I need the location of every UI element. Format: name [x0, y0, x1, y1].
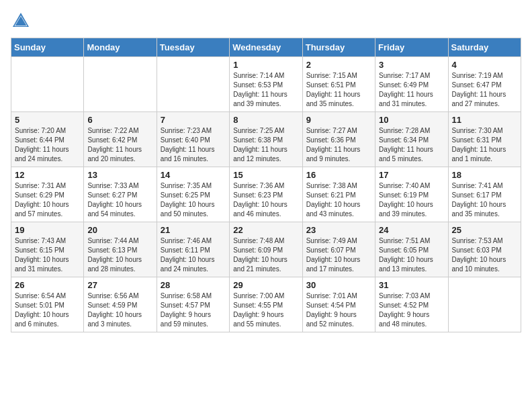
cell-date-number: 25 — [452, 225, 517, 235]
cell-date-number: 28 — [161, 280, 226, 290]
cell-date-number: 5 — [15, 115, 80, 125]
cell-date-number: 3 — [379, 60, 444, 70]
calendar-cell: 28Sunrise: 6:58 AM Sunset: 4:57 PM Dayli… — [157, 277, 229, 332]
calendar-cell: 15Sunrise: 7:36 AM Sunset: 6:23 PM Dayli… — [230, 167, 302, 222]
cell-info-text: Sunrise: 7:27 AM Sunset: 6:36 PM Dayligh… — [306, 126, 371, 164]
cell-info-text: Sunrise: 7:35 AM Sunset: 6:25 PM Dayligh… — [161, 181, 226, 219]
calendar-cell: 4Sunrise: 7:19 AM Sunset: 6:47 PM Daylig… — [448, 57, 521, 112]
cell-date-number: 6 — [87, 115, 152, 125]
cell-date-number: 30 — [306, 280, 371, 290]
cell-date-number: 24 — [379, 225, 444, 235]
cell-info-text: Sunrise: 7:22 AM Sunset: 6:42 PM Dayligh… — [87, 126, 152, 164]
cell-date-number: 2 — [306, 60, 371, 70]
cell-info-text: Sunrise: 7:46 AM Sunset: 6:11 PM Dayligh… — [161, 236, 226, 274]
calendar-cell: 8Sunrise: 7:25 AM Sunset: 6:38 PM Daylig… — [230, 112, 302, 167]
calendar-cell: 14Sunrise: 7:35 AM Sunset: 6:25 PM Dayli… — [157, 167, 229, 222]
calendar-cell: 2Sunrise: 7:15 AM Sunset: 6:51 PM Daylig… — [302, 57, 375, 112]
cell-info-text: Sunrise: 7:43 AM Sunset: 6:15 PM Dayligh… — [15, 236, 80, 274]
weekday-header: Thursday — [302, 38, 375, 57]
weekday-header: Wednesday — [230, 38, 302, 57]
calendar-cell: 17Sunrise: 7:40 AM Sunset: 6:19 PM Dayli… — [375, 167, 448, 222]
calendar-cell: 3Sunrise: 7:17 AM Sunset: 6:49 PM Daylig… — [375, 57, 448, 112]
calendar-cell — [11, 57, 84, 112]
cell-info-text: Sunrise: 7:15 AM Sunset: 6:51 PM Dayligh… — [306, 71, 371, 109]
calendar-cell: 13Sunrise: 7:33 AM Sunset: 6:27 PM Dayli… — [84, 167, 157, 222]
cell-date-number: 26 — [15, 280, 80, 290]
calendar-cell: 27Sunrise: 6:56 AM Sunset: 4:59 PM Dayli… — [84, 277, 157, 332]
cell-info-text: Sunrise: 7:23 AM Sunset: 6:40 PM Dayligh… — [161, 126, 226, 164]
cell-info-text: Sunrise: 7:17 AM Sunset: 6:49 PM Dayligh… — [379, 71, 444, 109]
calendar-cell: 5Sunrise: 7:20 AM Sunset: 6:44 PM Daylig… — [11, 112, 84, 167]
calendar-cell: 29Sunrise: 7:00 AM Sunset: 4:55 PM Dayli… — [230, 277, 302, 332]
calendar-cell — [84, 57, 157, 112]
cell-info-text: Sunrise: 7:00 AM Sunset: 4:55 PM Dayligh… — [233, 291, 298, 329]
calendar-cell: 19Sunrise: 7:43 AM Sunset: 6:15 PM Dayli… — [11, 222, 84, 277]
calendar-table: SundayMondayTuesdayWednesdayThursdayFrid… — [11, 38, 521, 332]
calendar-cell — [157, 57, 229, 112]
calendar-cell — [448, 277, 521, 332]
calendar-cell: 1Sunrise: 7:14 AM Sunset: 6:53 PM Daylig… — [230, 57, 302, 112]
calendar-cell: 12Sunrise: 7:31 AM Sunset: 6:29 PM Dayli… — [11, 167, 84, 222]
cell-info-text: Sunrise: 7:36 AM Sunset: 6:23 PM Dayligh… — [233, 181, 298, 219]
calendar-cell: 9Sunrise: 7:27 AM Sunset: 6:36 PM Daylig… — [302, 112, 375, 167]
cell-info-text: Sunrise: 7:19 AM Sunset: 6:47 PM Dayligh… — [452, 71, 517, 109]
calendar-cell: 25Sunrise: 7:53 AM Sunset: 6:03 PM Dayli… — [448, 222, 521, 277]
cell-date-number: 7 — [161, 115, 226, 125]
calendar-cell: 31Sunrise: 7:03 AM Sunset: 4:52 PM Dayli… — [375, 277, 448, 332]
cell-date-number: 17 — [379, 170, 444, 180]
cell-date-number: 8 — [233, 115, 298, 125]
calendar-cell: 11Sunrise: 7:30 AM Sunset: 6:31 PM Dayli… — [448, 112, 521, 167]
cell-date-number: 27 — [87, 280, 152, 290]
cell-info-text: Sunrise: 7:44 AM Sunset: 6:13 PM Dayligh… — [87, 236, 152, 274]
cell-date-number: 1 — [233, 60, 298, 70]
weekday-header: Monday — [84, 38, 157, 57]
cell-date-number: 14 — [161, 170, 226, 180]
calendar-cell: 16Sunrise: 7:38 AM Sunset: 6:21 PM Dayli… — [302, 167, 375, 222]
calendar-cell: 30Sunrise: 7:01 AM Sunset: 4:54 PM Dayli… — [302, 277, 375, 332]
cell-date-number: 21 — [161, 225, 226, 235]
calendar-row: 19Sunrise: 7:43 AM Sunset: 6:15 PM Dayli… — [11, 222, 521, 277]
cell-date-number: 13 — [87, 170, 152, 180]
cell-date-number: 16 — [306, 170, 371, 180]
cell-date-number: 23 — [306, 225, 371, 235]
calendar-cell: 23Sunrise: 7:49 AM Sunset: 6:07 PM Dayli… — [302, 222, 375, 277]
cell-info-text: Sunrise: 7:31 AM Sunset: 6:29 PM Dayligh… — [15, 181, 80, 219]
weekday-header: Tuesday — [157, 38, 229, 57]
cell-info-text: Sunrise: 7:01 AM Sunset: 4:54 PM Dayligh… — [306, 291, 371, 329]
logo-icon — [11, 11, 31, 31]
cell-date-number: 12 — [15, 170, 80, 180]
cell-date-number: 29 — [233, 280, 298, 290]
cell-date-number: 22 — [233, 225, 298, 235]
cell-date-number: 10 — [379, 115, 444, 125]
calendar-cell: 20Sunrise: 7:44 AM Sunset: 6:13 PM Dayli… — [84, 222, 157, 277]
weekday-header: Sunday — [11, 38, 84, 57]
calendar-cell: 10Sunrise: 7:28 AM Sunset: 6:34 PM Dayli… — [375, 112, 448, 167]
weekday-header: Saturday — [448, 38, 521, 57]
cell-date-number: 19 — [15, 225, 80, 235]
cell-info-text: Sunrise: 7:38 AM Sunset: 6:21 PM Dayligh… — [306, 181, 371, 219]
cell-info-text: Sunrise: 7:20 AM Sunset: 6:44 PM Dayligh… — [15, 126, 80, 164]
cell-date-number: 15 — [233, 170, 298, 180]
cell-date-number: 11 — [452, 115, 517, 125]
cell-info-text: Sunrise: 7:14 AM Sunset: 6:53 PM Dayligh… — [233, 71, 298, 109]
cell-date-number: 31 — [379, 280, 444, 290]
calendar-row: 26Sunrise: 6:54 AM Sunset: 5:01 PM Dayli… — [11, 277, 521, 332]
weekday-header: Friday — [375, 38, 448, 57]
cell-info-text: Sunrise: 6:56 AM Sunset: 4:59 PM Dayligh… — [87, 291, 152, 329]
page-header — [11, 11, 521, 31]
cell-info-text: Sunrise: 7:51 AM Sunset: 6:05 PM Dayligh… — [379, 236, 444, 274]
cell-date-number: 4 — [452, 60, 517, 70]
calendar-cell: 26Sunrise: 6:54 AM Sunset: 5:01 PM Dayli… — [11, 277, 84, 332]
cell-info-text: Sunrise: 7:48 AM Sunset: 6:09 PM Dayligh… — [233, 236, 298, 274]
calendar-cell: 7Sunrise: 7:23 AM Sunset: 6:40 PM Daylig… — [157, 112, 229, 167]
cell-info-text: Sunrise: 7:49 AM Sunset: 6:07 PM Dayligh… — [306, 236, 371, 274]
cell-info-text: Sunrise: 6:58 AM Sunset: 4:57 PM Dayligh… — [161, 291, 226, 329]
cell-date-number: 20 — [87, 225, 152, 235]
cell-date-number: 18 — [452, 170, 517, 180]
cell-date-number: 9 — [306, 115, 371, 125]
calendar-row: 12Sunrise: 7:31 AM Sunset: 6:29 PM Dayli… — [11, 167, 521, 222]
cell-info-text: Sunrise: 7:30 AM Sunset: 6:31 PM Dayligh… — [452, 126, 517, 164]
cell-info-text: Sunrise: 7:40 AM Sunset: 6:19 PM Dayligh… — [379, 181, 444, 219]
calendar-cell: 18Sunrise: 7:41 AM Sunset: 6:17 PM Dayli… — [448, 167, 521, 222]
calendar-row: 1Sunrise: 7:14 AM Sunset: 6:53 PM Daylig… — [11, 57, 521, 112]
